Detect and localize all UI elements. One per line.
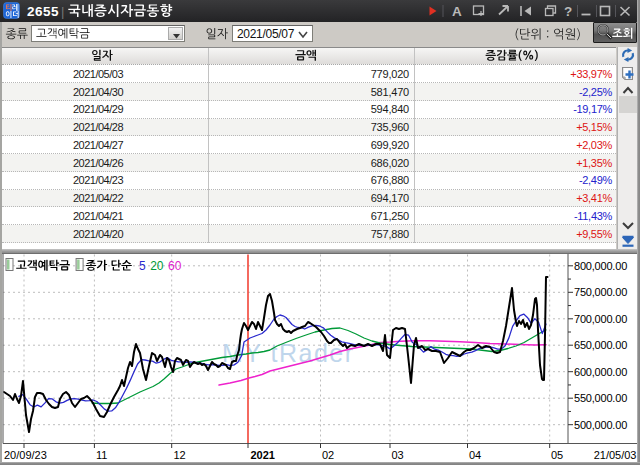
svg-text:750,000.00: 750,000.00 bbox=[574, 286, 627, 298]
svg-text:700,000.00: 700,000.00 bbox=[574, 313, 627, 325]
svg-text:11: 11 bbox=[96, 449, 107, 461]
svg-text:05: 05 bbox=[551, 449, 563, 461]
svg-text:52060: 52060 bbox=[139, 259, 182, 273]
svg-text:12: 12 bbox=[174, 449, 186, 461]
svg-text:21/05/03: 21/05/03 bbox=[594, 449, 637, 461]
svg-text:800,000.00: 800,000.00 bbox=[574, 260, 627, 272]
svg-text:600,000.00: 600,000.00 bbox=[574, 366, 627, 378]
svg-text:04: 04 bbox=[469, 449, 481, 461]
svg-text:2021: 2021 bbox=[251, 449, 275, 461]
svg-text:03: 03 bbox=[392, 449, 404, 461]
svg-text:500,000.00: 500,000.00 bbox=[574, 419, 627, 431]
svg-text:02: 02 bbox=[322, 449, 334, 461]
svg-text:650,000.00: 650,000.00 bbox=[574, 339, 627, 351]
svg-text:20/09/23: 20/09/23 bbox=[4, 449, 47, 461]
svg-text:550,000.00: 550,000.00 bbox=[574, 392, 627, 404]
